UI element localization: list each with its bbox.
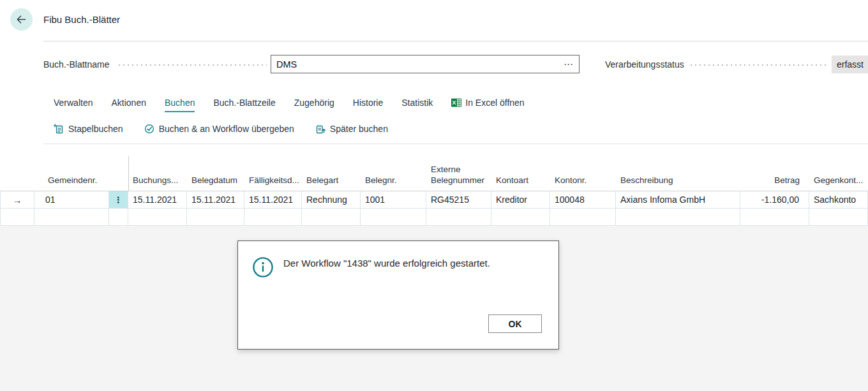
cell-belegart[interactable]: Rechnung [302, 191, 361, 209]
processing-status-value: erfasst [832, 55, 868, 73]
cell-kontonr[interactable] [550, 209, 616, 226]
column-header-kontoart[interactable]: Kontoart [491, 175, 550, 186]
dialog-message: Der Workflow "1438" wurde erfolgreich ge… [283, 258, 490, 269]
arrow-left-icon [15, 13, 27, 26]
tab-buchen[interactable]: Buchen [165, 98, 195, 112]
cell-gegenkonto[interactable] [809, 209, 868, 226]
cell-belegdatum[interactable] [187, 209, 244, 226]
column-header-buchungsdatum[interactable]: Buchungs... [128, 175, 187, 186]
cell-externe-belegnummer[interactable] [426, 209, 491, 226]
journal-name-field[interactable]: DMS ⋯ [271, 55, 580, 73]
cell-kontoart[interactable]: Kreditor [491, 191, 550, 209]
column-header-beschreibung[interactable]: Beschreibung [616, 175, 740, 186]
cell-gemeindenr[interactable] [34, 209, 109, 226]
cell-beschreibung[interactable] [616, 209, 740, 226]
cell-gegenkonto[interactable]: Sachkonto [809, 191, 868, 209]
column-header-gemeindenr[interactable]: Gemeindenr. [34, 175, 109, 186]
table-row: → 01 ⋮ 15.11.2021 15.11.2021 15.11.2021 … [0, 191, 868, 209]
cell-kontoart[interactable] [491, 209, 550, 226]
processing-status-label: Verarbeitungsstatus [605, 59, 684, 70]
check-circle-icon [144, 124, 154, 134]
cell-buchungsdatum[interactable]: 15.11.2021 [128, 191, 187, 209]
cell-more-options-icon[interactable]: ⋮ [109, 191, 128, 209]
back-button[interactable] [10, 8, 33, 31]
ok-button[interactable]: OK [488, 314, 542, 333]
row-selector-arrow-icon[interactable]: → [0, 191, 34, 209]
svg-text:X: X [453, 99, 457, 106]
cell-buchungsdatum[interactable] [128, 209, 187, 226]
column-header-belegart[interactable]: Belegart [302, 175, 361, 186]
cell-externe-belegnummer[interactable]: RG45215 [426, 191, 491, 209]
dotted-leader [119, 64, 267, 66]
column-header-gegenkonto[interactable]: Gegenkont... [809, 175, 868, 186]
tab-zugehoerig[interactable]: Zugehörig [294, 98, 334, 112]
journal-name-value[interactable]: DMS [271, 59, 564, 70]
cell-kontonr[interactable]: 100048 [550, 191, 616, 209]
title-divider [43, 41, 868, 41]
post-later-icon [315, 124, 326, 134]
ribbon-tabs: Verwalten Aktionen Buchen Buch.-Blattzei… [54, 98, 525, 112]
journal-lines-grid: Gemeindenr. Buchungs... Belegdatum Fälli… [0, 159, 868, 226]
column-header-betrag[interactable]: Betrag [740, 175, 809, 186]
cell-belegnr[interactable]: 1001 [361, 191, 426, 209]
row-selector[interactable] [0, 209, 34, 226]
table-row-empty [0, 209, 868, 226]
ribbon-divider [43, 144, 868, 144]
column-header-belegnr[interactable]: Belegnr. [361, 175, 426, 186]
column-header-externe-belegnummer[interactable]: Externe Belegnummer [426, 165, 491, 186]
cell-betrag[interactable]: -1.160,00 [740, 191, 809, 209]
tab-label: In Excel öffnen [465, 98, 524, 108]
stapelbuchen-button[interactable]: Stapelbuchen [54, 124, 123, 134]
tab-statistik[interactable]: Statistik [401, 98, 433, 112]
page-title: Fibu Buch.-Blätter [43, 14, 120, 25]
grid-header-row: Gemeindenr. Buchungs... Belegdatum Fälli… [0, 159, 868, 191]
action-label: Buchen & an Workflow übergeben [159, 124, 294, 134]
tab-historie[interactable]: Historie [353, 98, 383, 112]
cell-faelligkeitsdatum[interactable]: 15.11.2021 [244, 191, 302, 209]
journal-name-label: Buch.-Blattname [43, 59, 110, 70]
tab-in-excel-oeffnen[interactable]: X In Excel öffnen [451, 98, 524, 112]
cell-options[interactable] [109, 209, 128, 226]
tab-aktionen[interactable]: Aktionen [111, 98, 146, 112]
excel-icon: X [451, 98, 461, 108]
batch-post-icon [54, 124, 64, 134]
cell-faelligkeitsdatum[interactable] [244, 209, 302, 226]
cell-belegnr[interactable] [361, 209, 426, 226]
info-icon [252, 256, 274, 278]
cell-gemeindenr[interactable]: 01 [34, 191, 109, 209]
fibu-buch-blaetter-page: Fibu Buch.-Blätter Buch.-Blattname DMS ⋯… [0, 0, 868, 391]
cell-belegart[interactable] [302, 209, 361, 226]
ribbon-actions: Stapelbuchen Buchen & an Workflow überge… [54, 124, 388, 134]
column-header-kontonr[interactable]: Kontonr. [550, 175, 616, 186]
action-label: Später buchen [330, 124, 388, 134]
grid-body: → 01 ⋮ 15.11.2021 15.11.2021 15.11.2021 … [0, 191, 868, 226]
cell-beschreibung[interactable]: Axians Infoma GmbH [616, 191, 740, 209]
spaeter-buchen-button[interactable]: Später buchen [315, 124, 388, 134]
column-header-belegdatum[interactable]: Belegdatum [187, 175, 244, 186]
column-header-faelligkeitsdatum[interactable]: Fälligkeitsd... [244, 175, 302, 186]
tab-buch-blattzeile[interactable]: Buch.-Blattzeile [213, 98, 275, 112]
action-label: Stapelbuchen [68, 124, 123, 134]
cell-belegdatum[interactable]: 15.11.2021 [187, 191, 244, 209]
lookup-ellipsis-icon[interactable]: ⋯ [564, 59, 579, 70]
dotted-leader [691, 64, 827, 66]
cell-betrag[interactable] [740, 209, 809, 226]
tab-verwalten[interactable]: Verwalten [54, 98, 93, 112]
buchen-an-workflow-uebergeben-button[interactable]: Buchen & an Workflow übergeben [144, 124, 294, 134]
workflow-started-dialog: Der Workflow "1438" wurde erfolgreich ge… [237, 240, 559, 350]
